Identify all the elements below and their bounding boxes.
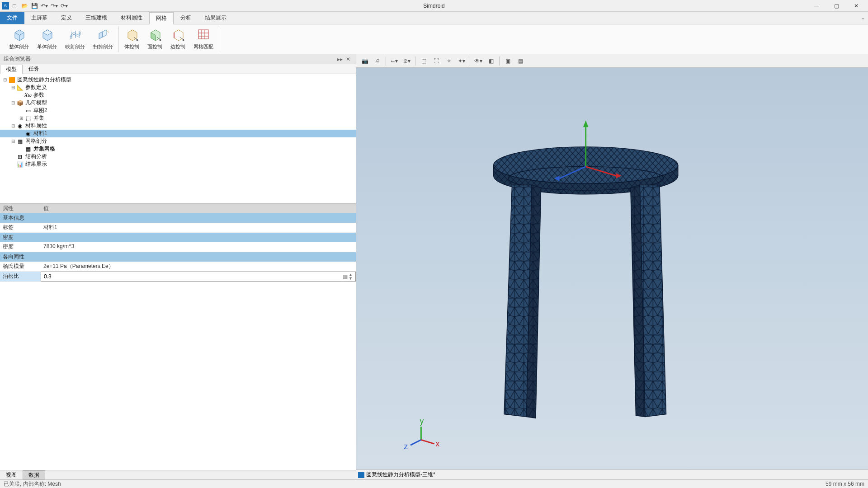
- viewport-tab-label: 圆凳线性静力分析模型-三维*: [366, 471, 435, 479]
- print-icon[interactable]: 🖨: [372, 56, 383, 66]
- stepper-icon[interactable]: ▲▼: [349, 273, 353, 280]
- sketch-icon: ▭: [24, 107, 32, 114]
- menu-file[interactable]: 文件: [0, 12, 24, 24]
- properties-panel: 属性 值 基本信息 标签 材料1 密度 密度 7830 kg/m^3 各向同性 …: [0, 203, 356, 470]
- menu-3dmodel[interactable]: 三维建模: [79, 12, 114, 24]
- status-right: 59 mm x 56 mm: [826, 481, 864, 487]
- mesh-icon: ▦: [16, 138, 24, 145]
- tab-model[interactable]: 模型: [0, 65, 23, 74]
- viewport-toolbar: 📷 🖨 ⌙▾ ⊘▾ ⬚ ⛶ ✧ ✦▾ 👁▾ ◧ ▣ ▤: [356, 54, 868, 68]
- surface-mesh-icon: [68, 27, 82, 42]
- toggle-icon[interactable]: ⊟: [10, 139, 16, 144]
- app-title: Simdroid: [423, 3, 444, 9]
- tree-param[interactable]: Xω参数: [0, 91, 356, 99]
- props-group-basic: 基本信息: [0, 213, 356, 223]
- ribbon-group-control: 体控制 面控制 边控制 网格匹配: [119, 26, 219, 52]
- boxselect-icon[interactable]: ⬚: [418, 56, 429, 66]
- toggle-icon[interactable]: ⊟: [2, 77, 8, 82]
- cube-ortho-icon: [40, 27, 54, 42]
- tree-unionmesh[interactable]: ▦并集网格: [0, 145, 356, 153]
- window-buttons: — ▢ ✕: [807, 0, 866, 12]
- tab-task[interactable]: 任务: [23, 64, 45, 74]
- global-mesh-button[interactable]: 整体剖分: [8, 26, 30, 51]
- menubar: 文件 主屏幕 定义 三维建模 材料属性 网格 分析 结果展示 ⌄: [0, 12, 868, 24]
- tree-root[interactable]: ⊟🟧圆凳线性静力分析模型: [0, 76, 356, 84]
- viewport-tab[interactable]: 圆凳线性静力分析模型-三维*: [356, 469, 868, 479]
- poisson-input-cell[interactable]: ▥ ▲▼: [41, 272, 356, 282]
- tab-data[interactable]: 数据: [23, 470, 45, 479]
- svg-rect-19: [198, 30, 208, 39]
- menu-home[interactable]: 主屏幕: [24, 12, 54, 24]
- svg-marker-10: [103, 30, 106, 37]
- tree-material[interactable]: ⊟◉材料属性: [0, 122, 356, 130]
- bottom-tabs: 视图 数据: [0, 470, 356, 479]
- cube1-icon[interactable]: ▣: [502, 56, 514, 66]
- save-icon[interactable]: 💾: [31, 2, 38, 9]
- poisson-input[interactable]: [44, 273, 342, 280]
- svg-line-35: [421, 440, 434, 444]
- tree-param-def[interactable]: ⊟📐参数定义: [0, 84, 356, 91]
- circle-slash-icon[interactable]: ⊘▾: [401, 56, 413, 66]
- orient-icon[interactable]: ✦▾: [456, 56, 467, 66]
- props-group-iso: 各向同性: [0, 252, 356, 262]
- param-icon: 📐: [16, 84, 24, 91]
- tree-union[interactable]: ⊞⬚并集: [0, 114, 356, 122]
- toggle-icon[interactable]: ⊟: [10, 100, 16, 105]
- panel-fastforward-icon[interactable]: ▸▸: [336, 56, 344, 62]
- panel-close-icon[interactable]: ✕: [344, 56, 352, 62]
- right-panel: 📷 🖨 ⌙▾ ⊘▾ ⬚ ⛶ ✧ ✦▾ 👁▾ ◧ ▣ ▤: [356, 54, 868, 479]
- menu-mesh[interactable]: 网格: [149, 12, 174, 24]
- tree-struct[interactable]: ⊞结构分析: [0, 153, 356, 160]
- mesh-render: y x z: [356, 68, 868, 469]
- edge-ctrl-button[interactable]: 边控制: [170, 26, 186, 51]
- props-row-poisson[interactable]: 泊松比 ▥ ▲▼: [0, 272, 356, 282]
- fit-icon[interactable]: ⛶: [430, 56, 442, 66]
- single-mesh-button[interactable]: 单体剖分: [36, 26, 58, 51]
- cube2-icon[interactable]: ▤: [514, 56, 526, 66]
- toggle-icon[interactable]: ⊟: [10, 85, 16, 90]
- close-button[interactable]: ✕: [846, 0, 866, 12]
- open-icon[interactable]: 📂: [21, 2, 28, 9]
- zoom-icon[interactable]: ✧: [443, 56, 455, 66]
- menu-material[interactable]: 材料属性: [114, 12, 149, 24]
- menu-analysis[interactable]: 分析: [174, 12, 198, 24]
- props-row-young[interactable]: 杨氏模量 2e+11 Pa（Parameters.Ee）: [0, 262, 356, 272]
- dropdown-icon[interactable]: ▥: [342, 273, 349, 280]
- redo-icon[interactable]: ↷▾: [51, 2, 58, 9]
- tree-sketch[interactable]: ▭草图2: [0, 107, 356, 114]
- body-ctrl-button[interactable]: 体控制: [123, 26, 140, 51]
- tab-view[interactable]: 视图: [0, 470, 23, 479]
- face-ctrl-icon: [148, 27, 162, 42]
- props-row-density[interactable]: 密度 7830 kg/m^3: [0, 242, 356, 252]
- svg-marker-28: [583, 121, 589, 127]
- model-tree[interactable]: ⊟🟧圆凳线性静力分析模型 ⊟📐参数定义 Xω参数 ⊟📦几何模型 ▭草图2 ⊞⬚并…: [0, 74, 356, 203]
- maximize-button[interactable]: ▢: [826, 0, 846, 12]
- undo-icon[interactable]: ↶▾: [41, 2, 48, 9]
- status-bar: 已关联, 内部名称: Mesh 59 mm x 56 mm: [0, 479, 868, 488]
- map-mesh-button[interactable]: 映射剖分: [64, 26, 86, 51]
- toggle-icon[interactable]: ⊞: [18, 116, 24, 121]
- model-icon: 🟧: [8, 76, 15, 84]
- clip-icon[interactable]: ◧: [485, 56, 497, 66]
- tree-material1[interactable]: ◉材料1: [0, 130, 356, 137]
- tree-result[interactable]: 📊结果展示: [0, 160, 356, 168]
- toggle-icon[interactable]: ⊟: [10, 123, 16, 128]
- props-header: 属性 值: [0, 204, 356, 213]
- collapse-ribbon-icon[interactable]: ⌄: [861, 14, 865, 21]
- tree-geom[interactable]: ⊟📦几何模型: [0, 99, 356, 107]
- new-icon[interactable]: ◻: [11, 2, 18, 9]
- axis-icon[interactable]: ⌙▾: [388, 56, 400, 66]
- tree-mesh[interactable]: ⊟▦网格剖分: [0, 137, 356, 145]
- face-ctrl-button[interactable]: 面控制: [146, 26, 163, 51]
- minimize-button[interactable]: —: [807, 0, 826, 12]
- mesh-match-button[interactable]: 网格匹配: [193, 26, 214, 51]
- menu-define[interactable]: 定义: [54, 12, 79, 24]
- eye-icon[interactable]: 👁▾: [472, 56, 484, 66]
- props-row-label[interactable]: 标签 材料1: [0, 223, 356, 233]
- snapshot-icon[interactable]: 📷: [359, 56, 371, 66]
- refresh-icon[interactable]: ⟳▾: [61, 2, 68, 9]
- 3d-viewport[interactable]: y x z: [356, 68, 868, 469]
- menu-results[interactable]: 结果展示: [198, 12, 233, 24]
- svg-text:y: y: [420, 417, 424, 426]
- sweep-mesh-button[interactable]: 扫掠剖分: [92, 26, 114, 51]
